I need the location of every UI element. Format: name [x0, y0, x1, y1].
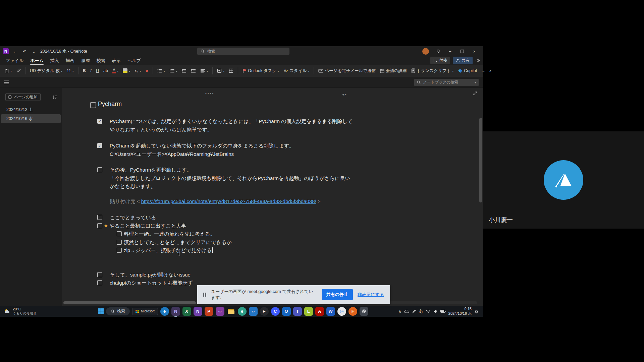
weather-widget[interactable]: 20°C くもりのち晴れ	[4, 307, 68, 315]
todo-checkbox[interactable]	[117, 240, 122, 245]
horizontal-scrollbar-thumb[interactable]	[63, 301, 196, 304]
wifi-icon[interactable]	[426, 309, 431, 313]
stop-sharing-button[interactable]: 共有の停止	[322, 289, 353, 300]
taskbar-app-teams[interactable]: T	[293, 307, 302, 316]
onedrive-cloud-icon[interactable]	[404, 309, 410, 313]
taskbar-app-chrome[interactable]: ◎	[337, 307, 346, 316]
notebook-search-input[interactable]: ノートブックの検索 ▾	[414, 79, 479, 86]
quick-access-caret-icon[interactable]: ⌄	[31, 49, 37, 54]
indent-button[interactable]	[190, 68, 197, 74]
taskbar-app-powerpoint[interactable]: P	[205, 307, 213, 316]
taskbar-app-line-works[interactable]: L	[304, 307, 313, 316]
vertical-scrollbar-thumb[interactable]	[479, 118, 482, 202]
styles-button[interactable]: A スタイル ▾	[282, 67, 310, 75]
font-name-select[interactable]: UD デジタル 教 ▾	[29, 67, 63, 75]
italic-button[interactable]: I	[89, 67, 93, 74]
tab-insert[interactable]: 挿入	[47, 57, 62, 64]
bold-button[interactable]: B	[82, 67, 87, 74]
tab-view[interactable]: 表示	[109, 57, 124, 64]
taskbar-app-acrobat[interactable]: A	[315, 307, 324, 316]
start-button[interactable]	[98, 308, 104, 314]
pause-icon[interactable]	[203, 293, 206, 297]
page-item[interactable]: 2024/10/12 土	[1, 105, 61, 114]
add-page-button[interactable]: ページの追加	[5, 93, 41, 101]
todo-text[interactable]: chatgptのショートカットも機能せず	[110, 279, 193, 287]
tab-home[interactable]: ホーム	[27, 57, 47, 64]
underline-button[interactable]: U	[95, 67, 100, 74]
todo-text[interactable]: 漠然としてたことをどこまでクリアにできるか	[124, 238, 232, 247]
todo-checkbox[interactable]	[97, 167, 102, 172]
tag-button[interactable]: ▾	[216, 67, 225, 74]
hide-banner-link[interactable]: 非表示にする	[358, 292, 384, 298]
todo-checkbox-checked[interactable]: ✓	[97, 119, 102, 124]
close-button[interactable]: ×	[469, 46, 480, 56]
todo-text[interactable]: やること最初に口に出すこと大事	[109, 222, 186, 230]
page-canvas[interactable]: •••• ◂ ▸ Pycharm ✓ PyCharmについては、設定がうまく	[62, 88, 483, 306]
note-title[interactable]: Pycharm	[98, 101, 122, 108]
ime-mode-indicator[interactable]: あ	[419, 308, 423, 314]
todo-checkbox[interactable]	[97, 223, 102, 228]
font-size-select[interactable]: 11 ▾	[66, 67, 75, 74]
taskbar-app-copilot[interactable]: C	[271, 307, 280, 316]
taskbar-app-media-player[interactable]: ▶	[260, 307, 269, 316]
sort-pages-icon[interactable]	[53, 95, 57, 99]
todo-checkbox-checked[interactable]: ✓	[97, 143, 102, 148]
tab-help[interactable]: ヘルプ	[124, 57, 144, 64]
todo-text[interactable]: そして、sample.pyが開けないissue	[110, 271, 191, 279]
navigation-menu-icon[interactable]	[4, 80, 9, 84]
taskbar-app-outlook[interactable]: O	[282, 307, 291, 316]
tips-bulb-icon[interactable]	[432, 46, 444, 56]
taskbar-app-settings[interactable]	[360, 307, 368, 316]
undo-icon[interactable]: ↶	[21, 49, 28, 54]
meeting-details-button[interactable]: 会議の詳細	[379, 67, 408, 75]
todo-text[interactable]: ここでとまっている	[110, 214, 156, 222]
taskbar-app-edge-dev[interactable]: e	[238, 307, 247, 316]
ribbon-overflow-button[interactable]: …	[480, 67, 487, 74]
taskbar-app-firefox[interactable]: F	[348, 307, 357, 316]
todo-checkbox[interactable]	[90, 102, 96, 108]
search-scope-caret-icon[interactable]: ▾	[475, 81, 476, 84]
outlook-tasks-button[interactable]: Outlook タスク ▾	[241, 67, 280, 75]
tab-draw[interactable]: 描画	[63, 57, 77, 64]
taskbar-app-visual-studio[interactable]: ∞	[216, 307, 224, 316]
taskbar-search-input[interactable]: 検索	[106, 307, 130, 315]
vertical-scrollbar[interactable]	[479, 88, 482, 301]
share-button[interactable]: 共有	[453, 57, 473, 64]
todo-checkbox[interactable]	[97, 280, 102, 285]
participant-video-tile[interactable]: 小川慶一	[483, 131, 644, 229]
subscript-button[interactable]: x₂ ▾	[133, 67, 142, 74]
page-item-active[interactable]: 2024/10/16 水	[1, 114, 61, 123]
paragraph-handle[interactable]: ••••	[205, 91, 214, 95]
tab-history[interactable]: 履歴	[78, 57, 93, 64]
tray-chevron-up-icon[interactable]: ∧	[398, 309, 401, 314]
taskbar-app-file-explorer[interactable]	[227, 307, 235, 316]
taskbar-app-onenote-active[interactable]: N	[171, 307, 180, 316]
highlight-button[interactable]: ▾	[122, 67, 131, 74]
taskbar-app-word[interactable]: W	[326, 307, 335, 316]
page-resize-arrows-icon[interactable]: ◂ ▸	[342, 93, 346, 96]
citation-link[interactable]: https://forum.pc5bai.com/note/entry/d817…	[141, 198, 316, 205]
pen-icon[interactable]	[412, 309, 416, 313]
todo-text[interactable]: 料理と一緒。一連の流れを先に考える。	[124, 230, 215, 238]
format-painter-button[interactable]	[15, 67, 22, 74]
taskbar-app-excel[interactable]: X	[182, 307, 191, 316]
collapse-ribbon-icon[interactable]: ∧	[489, 69, 492, 73]
copilot-button[interactable]: Copilot	[457, 67, 478, 74]
taskbar-app-edge[interactable]: e	[160, 307, 169, 316]
account-avatar[interactable]	[422, 48, 429, 55]
paste-button[interactable]: ▾	[3, 67, 13, 74]
sticky-notes-button[interactable]: 付箋	[430, 57, 450, 64]
numbered-list-button[interactable]: ▾	[168, 68, 178, 74]
volume-icon[interactable]	[433, 309, 438, 313]
titlebar-search-input[interactable]: 検索	[197, 48, 289, 55]
todo-checkbox[interactable]	[117, 248, 122, 253]
todo-text[interactable]: zip→ジッパー、拡張子などで見分ける	[124, 246, 213, 255]
transcript-button[interactable]: トランスクリプト ▾	[410, 67, 454, 75]
strikethrough-button[interactable]: ab	[102, 67, 109, 74]
todo-text[interactable]: その後、PyCharmを再起動します。 「今回お渡ししたプロジェクトの仮想環境も…	[110, 166, 350, 191]
battery-icon[interactable]	[440, 310, 446, 313]
todo-checkbox[interactable]	[117, 231, 122, 236]
taskbar-clock[interactable]: 9:15 2024/10/16 水	[448, 307, 472, 316]
fit-page-icon[interactable]	[473, 91, 477, 96]
feedback-megaphone-icon[interactable]	[475, 58, 480, 63]
